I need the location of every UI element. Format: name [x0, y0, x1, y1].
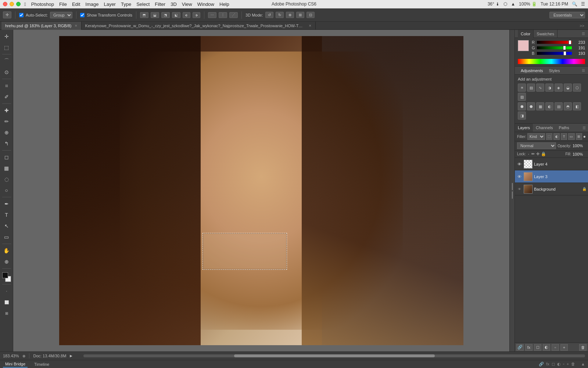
menu-filter[interactable]: Filter	[155, 1, 165, 7]
align-right-btn[interactable]: ⬗	[193, 12, 200, 18]
menu-window[interactable]: Window	[197, 1, 214, 7]
horizontal-scrollbar[interactable]	[83, 354, 585, 357]
exposure-btn[interactable]: ◑	[545, 84, 553, 92]
align-bottom-btn[interactable]: ⬔	[161, 12, 170, 18]
layer-mask-btn[interactable]: ◻	[534, 344, 541, 351]
eraser-tool[interactable]: ◻	[1, 152, 12, 162]
threshold-btn[interactable]: ◓	[564, 102, 572, 110]
opacity-value[interactable]: 100%	[573, 144, 586, 148]
color-preview-swatch[interactable]	[518, 40, 529, 51]
menu-layer[interactable]: Layer	[104, 1, 116, 7]
menu-view[interactable]: View	[182, 1, 192, 7]
quick-select-tool[interactable]: ⊙	[1, 67, 12, 77]
doc-more-btn[interactable]: ▶	[70, 354, 72, 358]
blend-mode-select[interactable]: Normal Multiply Screen Overlay	[517, 142, 556, 149]
lock-position-icon[interactable]: ✛	[536, 152, 539, 156]
zoom-tool[interactable]: ⊕	[1, 256, 12, 267]
align-hcenter-btn[interactable]: ⬖	[183, 12, 190, 18]
tab-more-button[interactable]: >>	[577, 24, 587, 28]
menu-edit[interactable]: Edit	[72, 1, 80, 7]
bw-btn[interactable]: ▨	[518, 93, 526, 101]
quick-mask-tool[interactable]: ⬝	[1, 286, 12, 296]
auto-select-checkbox[interactable]	[19, 13, 24, 17]
menu-file[interactable]: File	[59, 1, 67, 7]
auto-select-group-select[interactable]: Group Layer	[50, 12, 72, 18]
layer3-visibility-toggle[interactable]: 👁	[516, 174, 522, 180]
color-lookup-btn[interactable]: ▦	[536, 102, 544, 110]
layer-item-background[interactable]: 👁 Background 🔒	[515, 183, 588, 195]
mini-bridge-group-btn[interactable]: ▫	[563, 362, 564, 367]
filter-toggle[interactable]: ●	[583, 134, 586, 139]
maximize-button[interactable]	[16, 2, 21, 6]
mini-bridge-new-btn[interactable]: +	[567, 362, 569, 367]
selective-color-btn[interactable]: ◨	[518, 112, 526, 120]
channel-mixer-btn[interactable]: ⬣	[527, 102, 535, 110]
blue-slider[interactable]	[537, 52, 572, 55]
gradient-tool[interactable]: ▦	[1, 163, 12, 173]
other-tab-close[interactable]: ✕	[309, 24, 312, 28]
blur-tool[interactable]: ◌	[1, 174, 12, 184]
curves-btn[interactable]: ∿	[536, 84, 544, 92]
swatches-tab[interactable]: Swatches	[534, 30, 557, 38]
shape-tool[interactable]: ▭	[1, 232, 12, 242]
menu-apple[interactable]: 	[24, 1, 26, 7]
layer-item-layer3[interactable]: 👁 Layer 3	[515, 170, 588, 183]
workspace-select[interactable]: Essentials Photography	[549, 12, 585, 18]
mini-bridge-adj-btn[interactable]: ◐	[557, 362, 561, 367]
invert-btn[interactable]: ◐	[545, 102, 553, 110]
brush-tool[interactable]: ✏	[1, 116, 12, 127]
eyedropper-tool[interactable]: ✐	[1, 92, 12, 102]
lock-pixels-icon[interactable]: ⬝	[527, 152, 530, 156]
menu-type[interactable]: Type	[121, 1, 131, 7]
paths-tab[interactable]: Paths	[556, 124, 572, 132]
extra-tool[interactable]: ⊞	[1, 308, 12, 318]
posterize-btn[interactable]: ▤	[555, 102, 563, 110]
dodge-tool[interactable]: ○	[1, 185, 12, 195]
dist-left-btn[interactable]: ⋯	[208, 12, 216, 18]
filter-smart-btn[interactable]: ⊞	[576, 133, 582, 140]
lasso-tool[interactable]: ⌒	[1, 56, 12, 66]
filter-shape-btn[interactable]: ▭	[568, 133, 574, 140]
filter-type-btn[interactable]: T	[561, 133, 567, 140]
hue-saturation-btn[interactable]: ◒	[564, 84, 572, 92]
3d-rotate-btn[interactable]: ↺	[265, 12, 273, 18]
align-left-btn[interactable]: ⬕	[172, 12, 180, 18]
3d-scale-btn[interactable]: ⊡	[306, 12, 315, 18]
mini-bridge-collapse-btn[interactable]: ▲	[581, 362, 585, 367]
active-tab[interactable]: hrehu.psd @ 183% (Layer 3, RGB/8) ✕	[1, 22, 82, 30]
hand-tool[interactable]: ✋	[1, 245, 12, 256]
layer-style-btn[interactable]: fx	[525, 344, 533, 351]
crop-tool[interactable]: ⌗	[1, 81, 12, 91]
layer-item-layer4[interactable]: 👁 Layer 4	[515, 158, 588, 170]
new-group-btn[interactable]: ▫	[552, 344, 559, 351]
text-tool[interactable]: T	[1, 210, 12, 220]
move-tool-button[interactable]: ✛	[3, 11, 11, 18]
levels-btn[interactable]: ▤	[527, 84, 535, 92]
path-select-tool[interactable]: ↖	[1, 221, 12, 231]
clone-stamp-tool[interactable]: ⊕	[1, 127, 12, 138]
other-tab[interactable]: Keratynowe_Prostowanie_w_Domu_-_czy_jest…	[82, 22, 316, 30]
color-balance-btn[interactable]: ⬡	[573, 84, 581, 92]
move-tool[interactable]: ✛	[1, 31, 12, 42]
layer4-visibility-toggle[interactable]: 👁	[516, 161, 522, 167]
3d-slide-btn[interactable]: ⊞	[296, 12, 304, 18]
active-tab-close[interactable]: ✕	[75, 24, 78, 28]
align-top-btn[interactable]: ⬒	[140, 12, 148, 18]
blue-value[interactable]: 193	[573, 51, 585, 56]
dist-right-btn[interactable]: ⋰	[229, 12, 238, 18]
mini-bridge-mask-btn[interactable]: ◻	[552, 362, 555, 367]
dist-center-btn[interactable]: ⋮	[219, 12, 227, 18]
control-center-icon[interactable]: ☰	[581, 1, 585, 7]
new-fill-layer-btn[interactable]: ◐	[543, 344, 550, 351]
filter-adj-btn[interactable]: ◐	[553, 133, 560, 140]
channels-tab[interactable]: Channels	[533, 124, 556, 132]
menu-image[interactable]: Image	[85, 1, 98, 7]
lock-image-icon[interactable]: ✏	[531, 152, 535, 156]
mini-bridge-fx-btn[interactable]: fx	[546, 362, 549, 367]
background-visibility-toggle[interactable]: 👁	[516, 186, 522, 192]
layers-tab[interactable]: Layers	[515, 124, 533, 132]
3d-pan-btn[interactable]: ⊕	[286, 12, 294, 18]
spot-heal-tool[interactable]: ✚	[1, 105, 12, 116]
color-panel-menu[interactable]: ☰	[582, 32, 585, 36]
filter-pixel-btn[interactable]: ⬚	[546, 133, 552, 140]
